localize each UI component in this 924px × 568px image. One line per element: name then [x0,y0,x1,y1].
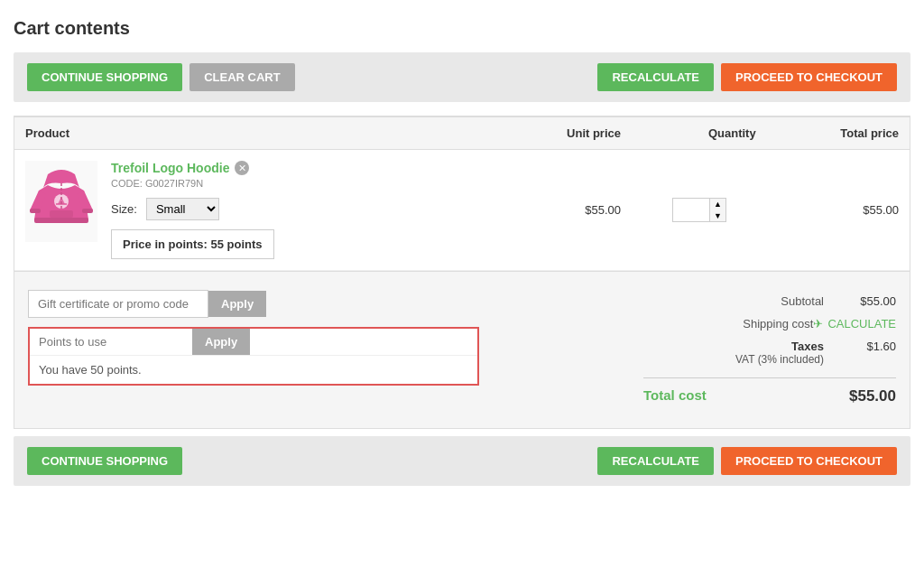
col-quantity: Quantity [632,117,767,150]
calculate-text[interactable]: CALCULATE [827,317,896,331]
bottom-grid: Apply Apply You have 50 points. Subtotal [28,290,896,410]
clear-cart-button[interactable]: CLEAR CART [189,63,295,91]
page-title: Cart contents [14,9,910,52]
bottom-toolbar: CONTINUE SHOPPING RECALCULATE PROCEED TO… [14,436,910,486]
subtotal-label: Subtotal [643,294,824,308]
product-image [25,161,97,242]
shipping-row: Shipping cost ✈ CALCULATE [643,312,896,335]
col-unit-price: Unit price [496,117,632,150]
continue-shopping-bottom-button[interactable]: CONTINUE SHOPPING [27,447,182,475]
svg-rect-2 [82,209,93,213]
product-details: Trefoil Logo Hoodie ✕ CODE: G0027IR79N S… [111,161,274,259]
top-toolbar: CONTINUE SHOPPING CLEAR CART RECALCULATE… [14,52,910,102]
proceed-checkout-top-button[interactable]: PROCEED TO CHECKOUT [721,63,897,91]
quantity-arrows: ▲ ▼ [709,199,725,222]
promo-input[interactable] [28,290,208,318]
taxes-row: Taxes VAT (3% included) $1.60 [643,335,896,370]
points-hint: You have 50 points. [30,355,477,384]
promo-row: Apply [28,290,479,318]
points-wrap: Apply You have 50 points. [28,327,479,386]
total-row: Total cost $55.00 [643,377,896,410]
total-price-cell: $55.00 [767,150,910,271]
svg-rect-0 [34,218,88,223]
subtotal-row: Subtotal $55.00 [643,290,896,312]
quantity-cell: 1 ▲ ▼ [632,150,767,271]
price-in-points-box: Price in points: 55 points [111,229,274,259]
proceed-checkout-bottom-button[interactable]: PROCEED TO CHECKOUT [721,447,897,475]
subtotal-value: $55.00 [824,294,896,308]
cart-table: Product Unit price Quantity Total price [14,116,910,271]
svg-rect-5 [50,210,73,218]
order-summary: Subtotal $55.00 Shipping cost ✈ CALCULAT… [643,290,896,410]
bottom-section: Apply Apply You have 50 points. Subtotal [14,271,910,428]
unit-price-cell: $55.00 [496,150,632,271]
toolbar-left: CONTINUE SHOPPING CLEAR CART [27,63,295,91]
quantity-input[interactable]: 1 [673,200,709,220]
plane-icon: ✈ [813,317,823,331]
promo-apply-button[interactable]: Apply [208,291,266,317]
table-row: Trefoil Logo Hoodie ✕ CODE: G0027IR79N S… [14,150,910,271]
points-row: Apply [30,329,477,355]
col-total-price: Total price [767,117,910,150]
size-select[interactable]: Small Medium Large XL [146,198,219,220]
price-in-points-value: 55 points [211,237,263,251]
continue-shopping-top-button[interactable]: CONTINUE SHOPPING [27,63,182,91]
qty-up-button[interactable]: ▲ [710,199,725,210]
product-cell: Trefoil Logo Hoodie ✕ CODE: G0027IR79N S… [14,150,496,271]
total-label: Total cost [643,387,707,405]
qty-down-button[interactable]: ▼ [710,210,725,222]
price-in-points-label: Price in points: [123,237,208,251]
promo-points-wrap: Apply Apply You have 50 points. [28,290,479,386]
bottom-toolbar-left: CONTINUE SHOPPING [27,447,182,475]
shipping-label: Shipping cost [643,317,813,331]
quantity-box: 1 ▲ ▼ [672,198,726,223]
taxes-label: Taxes [643,340,824,353]
vat-label: VAT (3% included) [643,353,824,366]
col-product: Product [14,117,496,150]
bottom-toolbar-right: RECALCULATE PROCEED TO CHECKOUT [597,447,897,475]
toolbar-right: RECALCULATE PROCEED TO CHECKOUT [597,63,897,91]
vat-value: $1.60 [824,340,896,366]
product-code: CODE: G0027IR79N [111,178,274,189]
points-apply-button[interactable]: Apply [192,329,250,355]
taxes-block: Taxes VAT (3% included) [643,340,824,366]
points-input[interactable] [30,329,192,355]
product-size-row: Size: Small Medium Large XL [111,198,274,220]
remove-icon[interactable]: ✕ [235,161,249,175]
shipping-value[interactable]: ✈ CALCULATE [813,317,896,331]
quantity-input-wrap: 1 ▲ ▼ [642,198,756,223]
recalculate-bottom-button[interactable]: RECALCULATE [597,447,714,475]
size-label: Size: [111,202,137,216]
cart-table-wrapper: Product Unit price Quantity Total price [14,116,910,429]
total-value: $55.00 [849,387,896,405]
recalculate-top-button[interactable]: RECALCULATE [597,63,714,91]
svg-rect-1 [30,209,41,213]
product-name[interactable]: Trefoil Logo Hoodie [111,161,229,175]
